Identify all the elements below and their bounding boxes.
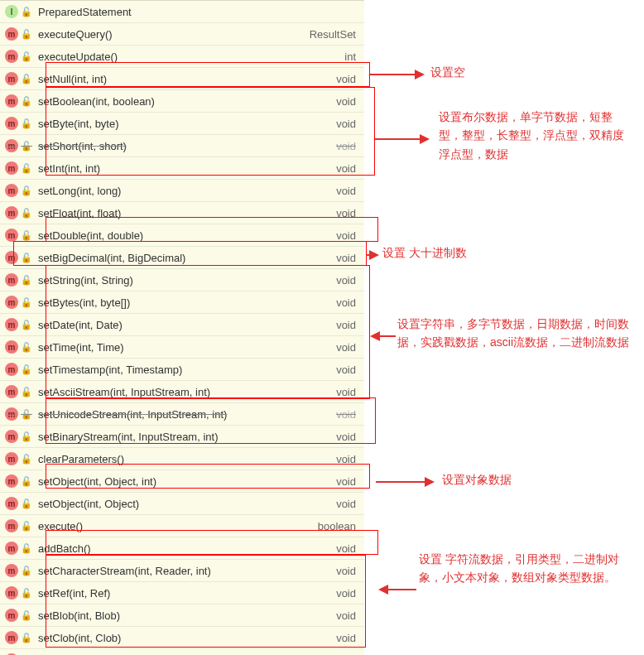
method-row[interactable]: m🔓addBatch()void: [0, 537, 364, 560]
method-name: setInt(int, int): [36, 162, 336, 175]
method-row[interactable]: m🔓setObject(int, Object, int)void: [0, 470, 364, 493]
method-icon: m: [5, 586, 18, 600]
method-row[interactable]: m🔓setDouble(int, double)void: [0, 224, 364, 247]
method-icon: m: [5, 542, 18, 555]
method-row[interactable]: m🔓setInt(int, int)void: [0, 157, 364, 180]
method-name: execute(): [36, 520, 318, 532]
method-row[interactable]: m🔓setDate(int, Date)void: [0, 314, 364, 336]
method-row[interactable]: m🔓setObject(int, Object)void: [0, 493, 364, 515]
method-name: setDouble(int, double): [36, 229, 336, 242]
method-row[interactable]: m🔓setRef(int, Ref)void: [0, 582, 364, 604]
method-icon: m: [5, 430, 18, 443]
return-type: void: [336, 587, 364, 600]
lock-icon: 🔓: [22, 96, 31, 107]
method-name: executeQuery(): [36, 28, 310, 41]
return-type: void: [336, 386, 364, 398]
return-type: ResultSet: [310, 28, 364, 41]
method-row[interactable]: m🔓setBigDecimal(int, BigDecimal)void: [0, 247, 364, 269]
method-name: executeUpdate(): [36, 51, 344, 63]
method-icon: m: [5, 296, 18, 309]
return-type: void: [336, 296, 364, 309]
annotation: 设置布尔数据，单字节数据，短整型，整型，长整型，浮点型，双精度浮点型，数据: [439, 108, 629, 163]
return-type: void: [336, 609, 364, 622]
lock-icon: 🔓: [22, 566, 31, 576]
return-type: void: [336, 118, 364, 130]
method-row[interactable]: m🔓setString(int, String)void: [0, 269, 364, 291]
return-type: void: [336, 229, 364, 242]
method-name: setAsciiStream(int, InputStream, int): [36, 386, 336, 398]
annotation: 设置字符串，多字节数据，日期数据，时间数据，实践戳数据，ascii流数据，二进制…: [397, 315, 637, 352]
return-type: void: [336, 274, 364, 287]
method-row[interactable]: m🔓setTime(int, Time)void: [0, 336, 364, 359]
return-type: void: [336, 207, 364, 219]
method-row[interactable]: m🔓setUnicodeStream(int, InputStream, int…: [0, 403, 364, 426]
method-row[interactable]: m🔓executeUpdate()int: [0, 46, 364, 68]
method-name: setBinaryStream(int, InputStream, int): [36, 431, 336, 443]
method-icon: m: [5, 27, 18, 41]
method-row[interactable]: m🔓executeQuery()ResultSet: [0, 23, 364, 46]
arrow-icon: [375, 134, 430, 144]
method-row[interactable]: m🔓execute()boolean: [0, 515, 364, 537]
lock-icon: 🔓: [22, 74, 31, 84]
method-icon: m: [5, 117, 18, 130]
interface-header-row[interactable]: I 🔓 PreparedStatement: [0, 1, 364, 23]
lock-icon: 🔓: [22, 185, 31, 196]
method-icon: m: [5, 609, 18, 622]
method-name: setClob(int, Clob): [36, 632, 336, 644]
method-name: setString(int, String): [36, 274, 336, 287]
return-type: void: [336, 140, 364, 152]
method-row[interactable]: m🔓setCharacterStream(int, Reader, int)vo…: [0, 560, 364, 582]
method-row[interactable]: m🔓setBytes(int, byte[])void: [0, 291, 364, 314]
method-row[interactable]: m🔓clearParameters()void: [0, 448, 364, 470]
lock-icon: 🔓: [22, 633, 31, 643]
return-type: void: [336, 162, 364, 175]
return-type: void: [336, 408, 364, 421]
lock-icon: 🔓: [22, 409, 31, 420]
method-row[interactable]: m🔓setArray(int, Array)void: [0, 649, 364, 655]
lock-icon: 🔓: [22, 275, 31, 286]
return-type: void: [336, 95, 364, 108]
method-icon: m: [5, 273, 18, 287]
lock-icon: 🔓: [22, 498, 31, 509]
method-row[interactable]: m🔓setShort(int, short)void: [0, 135, 364, 157]
lock-icon: 🔓: [22, 588, 31, 599]
method-row[interactable]: m🔓setBinaryStream(int, InputStream, int)…: [0, 426, 364, 448]
method-icon: m: [5, 474, 18, 488]
return-type: void: [336, 431, 364, 443]
method-row[interactable]: m🔓setClob(int, Clob)void: [0, 627, 364, 649]
annotation: 设置空: [430, 63, 465, 81]
method-icon: m: [5, 251, 18, 264]
interface-icon: I: [5, 5, 18, 18]
method-row[interactable]: m🔓setTimestamp(int, Timestamp)void: [0, 359, 364, 381]
return-type: void: [336, 542, 364, 555]
arrow-icon: [378, 585, 416, 595]
method-row[interactable]: m🔓setBlob(int, Blob)void: [0, 604, 364, 627]
return-type: void: [336, 319, 364, 331]
method-row[interactable]: m🔓setByte(int, byte)void: [0, 113, 364, 135]
return-type: void: [336, 475, 364, 488]
lock-icon: 🔓: [22, 431, 31, 442]
return-type: void: [336, 185, 364, 197]
method-name: clearParameters(): [36, 453, 336, 465]
return-type: void: [336, 341, 364, 354]
method-row[interactable]: m🔓setAsciiStream(int, InputStream, int)v…: [0, 381, 364, 403]
method-list: I 🔓 PreparedStatement m🔓executeQuery()Re…: [0, 0, 364, 655]
method-icon: m: [5, 407, 18, 421]
method-row[interactable]: m🔓setFloat(int, float)void: [0, 202, 364, 224]
lock-icon: 🔓: [22, 208, 31, 219]
method-row[interactable]: m🔓setBoolean(int, boolean)void: [0, 90, 364, 113]
method-row[interactable]: m🔓setNull(int, int)void: [0, 68, 364, 90]
method-icon: m: [5, 340, 18, 354]
method-row[interactable]: m🔓setLong(int, long)void: [0, 180, 364, 202]
lock-icon: 🔓: [22, 51, 31, 62]
lock-icon: 🔓: [22, 253, 31, 263]
annotation: 设置对象数据: [442, 470, 512, 489]
method-icon: m: [5, 161, 18, 175]
method-name: setFloat(int, float): [36, 207, 336, 219]
method-name: setObject(int, Object): [36, 498, 336, 510]
lock-icon: 🔓: [22, 342, 31, 353]
method-icon: m: [5, 50, 18, 63]
method-name: setBoolean(int, boolean): [36, 95, 336, 108]
lock-icon: 🔓: [22, 297, 31, 308]
method-name: setDate(int, Date): [36, 319, 336, 331]
